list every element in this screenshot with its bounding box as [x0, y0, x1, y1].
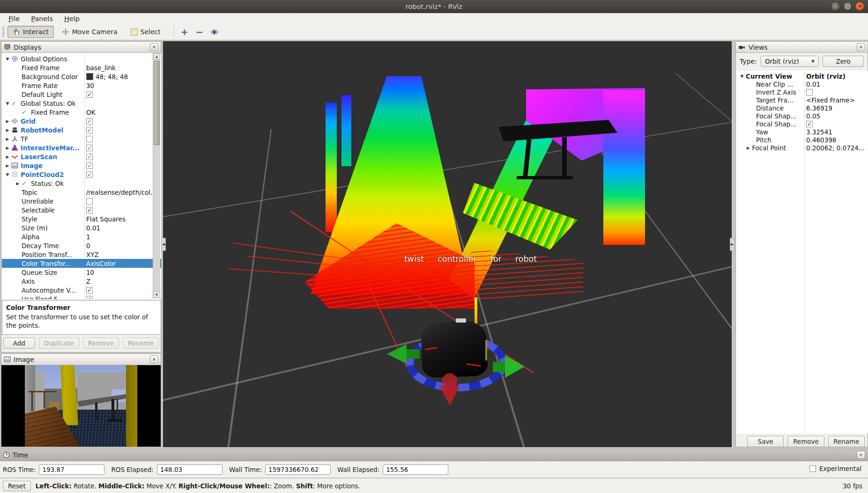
displays-panel-header[interactable]: Displays ✕ [1, 42, 161, 53]
checkbox-checked[interactable]: ✓ [86, 154, 93, 160]
tree-row-default-light[interactable]: Default Light✓ [2, 90, 161, 99]
ros-elapsed-input[interactable] [157, 464, 223, 475]
tree-row-distance[interactable]: Distance6.36919 [736, 104, 868, 112]
tree-row-frame-rate[interactable]: Frame Rate30 [2, 81, 161, 90]
property-value-cell[interactable]: 0.460398 [806, 136, 836, 144]
tree-row-topic[interactable]: Topic/realsense/depth/col... [2, 188, 161, 197]
tree-row-size-m[interactable]: Size (m)0.01 [2, 223, 161, 232]
property-value-cell[interactable]: 1 [86, 232, 90, 241]
tree-row-invert-z-axis[interactable]: Invert Z Axis [736, 88, 868, 96]
tree-row-global-status-ok[interactable]: ▼✓Global Status: Ok [2, 99, 161, 108]
property-value-cell[interactable]: ✓ [86, 143, 93, 152]
checkbox-checked[interactable]: ✓ [86, 162, 93, 169]
property-value-cell[interactable]: ✓ [86, 117, 93, 125]
property-value-cell[interactable] [86, 197, 93, 206]
collapse-arrow-icon[interactable]: ▶ [744, 146, 752, 150]
tree-row-use-fixed-f[interactable]: Use Fixed F...✓ [2, 294, 161, 299]
property-value-cell[interactable]: 48; 48; 48 [86, 72, 128, 81]
property-value-cell[interactable]: /realsense/depth/col... [86, 188, 156, 197]
tree-row-focal-point[interactable]: ▶Focal Point0.20062; 0.0724... [736, 144, 868, 152]
property-value-cell[interactable]: ✓ [806, 120, 813, 128]
tree-row-fixed-frame[interactable]: Fixed Framebase_link [2, 63, 161, 72]
expand-arrow-icon[interactable]: ▼ [4, 101, 11, 106]
checkbox-checked[interactable]: ✓ [86, 296, 93, 300]
property-value-cell[interactable]: ✓ [86, 90, 93, 99]
property-value-cell[interactable]: 0 [86, 241, 90, 250]
property-value-cell[interactable]: OK [86, 108, 95, 117]
property-value-cell[interactable]: ✓ [86, 206, 93, 214]
image-close-icon[interactable]: ✕ [150, 355, 158, 363]
tree-row-alpha[interactable]: Alpha1 [2, 232, 161, 241]
tree-row-robotmodel[interactable]: ▶RobotModel✓ [2, 125, 161, 134]
tree-row-queue-size[interactable]: Queue Size10 [2, 268, 161, 277]
property-value-cell[interactable]: ✓ [86, 161, 93, 170]
image-panel-header[interactable]: Image ✕ [1, 354, 161, 365]
tree-row-selectable[interactable]: Selectable✓ [2, 206, 161, 214]
toolbar-drag-handle[interactable] [2, 27, 5, 37]
experimental-checkbox[interactable] [809, 465, 816, 472]
checkbox-checked[interactable]: ✓ [86, 118, 93, 125]
property-value-cell[interactable]: ✓ [86, 170, 93, 179]
views-close-icon[interactable]: ✕ [857, 43, 865, 51]
property-value-cell[interactable]: ✓ [86, 286, 93, 294]
maximize-button[interactable] [843, 2, 852, 11]
views-save-button[interactable]: Save [747, 436, 784, 447]
views-tree[interactable]: ▼Current ViewOrbit (rviz)Near Clip ...0.… [736, 71, 868, 434]
remove-button[interactable]: Remove [83, 338, 119, 349]
add-button[interactable]: Add [3, 338, 35, 349]
tree-row-background-color[interactable]: Background Color48; 48; 48 [2, 72, 161, 81]
tree-row-axis[interactable]: AxisZ [2, 277, 161, 286]
tree-row-pointcloud2[interactable]: ▼PointCloud2✓ [2, 170, 161, 179]
property-value-cell[interactable]: ✓ [86, 294, 93, 299]
property-value-cell[interactable] [806, 88, 813, 96]
minimize-button[interactable]: – [831, 2, 840, 11]
tree-row-current-view[interactable]: ▼Current ViewOrbit (rviz) [736, 72, 868, 80]
scrollbar-thumb[interactable] [154, 61, 160, 145]
tree-row-unreliable[interactable]: Unreliable [2, 197, 161, 206]
panel-collapse-left[interactable]: ◀ [161, 238, 166, 251]
time-panel-header[interactable]: Time ✕ [0, 449, 868, 461]
tree-row-grid[interactable]: ▶Grid✓ [2, 117, 161, 125]
collapse-arrow-icon[interactable]: ▶ [4, 128, 11, 132]
3d-viewport[interactable]: twist controller for robot [163, 41, 732, 447]
collapse-arrow-icon[interactable]: ▶ [4, 155, 11, 159]
property-value-cell[interactable]: Z [86, 277, 90, 286]
checkbox-checked[interactable]: ✓ [86, 91, 93, 98]
displays-close-icon[interactable]: ✕ [150, 43, 158, 51]
tree-row-status-ok[interactable]: ▶✓Status: Ok [2, 179, 161, 188]
menu-panels[interactable]: Panels [25, 14, 59, 23]
property-value-cell[interactable]: base_link [86, 63, 116, 72]
view-type-dropdown[interactable]: Orbit (rviz) ▼ [761, 56, 819, 67]
tree-row-focal-shap[interactable]: Focal Shap...0.05 [736, 112, 868, 120]
property-value-cell[interactable]: 6.36919 [806, 104, 832, 112]
collapse-arrow-icon[interactable]: ▶ [4, 137, 11, 141]
property-value-cell[interactable]: AxisColor [86, 259, 116, 268]
property-value-cell[interactable]: <Fixed Frame> [806, 96, 855, 104]
scroll-up-icon[interactable]: ▲ [153, 53, 160, 60]
property-value-cell[interactable]: 30 [86, 81, 94, 90]
wall-time-input[interactable] [265, 464, 331, 475]
wall-elapsed-input[interactable] [383, 464, 448, 475]
collapse-arrow-icon[interactable]: ▶ [14, 181, 22, 186]
tool-interact[interactable]: Interact [7, 26, 54, 38]
property-value-cell[interactable]: 3.32541 [806, 128, 832, 136]
checkbox-checked[interactable]: ✓ [86, 207, 93, 213]
collapse-arrow-icon[interactable]: ▶ [4, 163, 11, 168]
checkbox-unchecked[interactable] [86, 198, 93, 205]
checkbox-checked[interactable]: ✓ [86, 127, 93, 133]
tree-row-color-transfor[interactable]: Color Transfor...AxisColor [2, 259, 161, 268]
tree-row-target-fra[interactable]: Target Fra...<Fixed Frame> [736, 96, 868, 104]
focus-camera-button[interactable] [208, 26, 221, 38]
reset-button[interactable]: Reset [3, 481, 31, 491]
close-button[interactable]: ✕ [855, 2, 864, 11]
expand-arrow-icon[interactable]: ▼ [4, 57, 11, 61]
tool-move-camera[interactable]: Move Camera [57, 26, 123, 38]
property-value-cell[interactable]: 0.20062; 0.0724... [806, 144, 865, 152]
tree-row-near-clip[interactable]: Near Clip ...0.01 [736, 80, 868, 88]
displays-scrollbar[interactable]: ▲ ▼ [153, 53, 160, 298]
property-value-cell[interactable]: 0.01 [806, 80, 820, 88]
collapse-arrow-icon[interactable]: ▶ [4, 119, 11, 124]
checkbox-checked[interactable]: ✓ [806, 121, 813, 127]
tree-row-autocompute-v[interactable]: Autocompute V...✓ [2, 286, 161, 294]
panel-collapse-right[interactable]: ▶ [730, 238, 734, 251]
